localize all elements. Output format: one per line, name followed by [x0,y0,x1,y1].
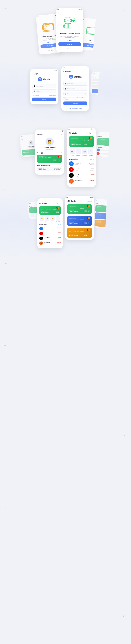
wallet-title-row: My Wallet 🔍 ⋮ [69,132,94,134]
deco-star-17: ✦ [4,606,6,609]
login-password-input[interactable]: 🔒 Password 👁 [32,89,56,93]
small-fb-info: Facebook Salary [44,228,55,230]
profile-edit-btn[interactable]: Edit [60,134,62,136]
qa-voucher[interactable]: 🎫 Voucher [82,149,87,156]
tx-see-all[interactable]: See all [90,158,94,160]
small-tx-header: Transactions See all [39,224,61,226]
card1-holder-val: JAMES DENNIS [69,211,78,212]
small-card-exp-val: 05/22 [56,212,59,213]
card1-holder-area: CARDHOLDER JAMES DENNIS [69,210,78,212]
werolla-name-register: Werolla [74,76,82,78]
login-phone-wrapper: 9:41 ●●● ▐ ‹ Login [30,69,58,104]
small-transfer-icon: ↔️ [45,216,49,221]
small-fp-time: 10:45 am [56,243,61,244]
search-icon-wallet[interactable]: 🔍 [91,128,93,130]
wallet-bg-card: **** **** **** 3960 [97,138,110,146]
profile-cards-section: Cards (1) ℹ [37,152,62,163]
main-wallet-phone: 9:41 🔍 ⋮ My Wallet 🔍 ⋮ [67,128,96,187]
status-bar-center: 9:41 ●●● WiFi ▐ [56,8,83,11]
svg-point-16 [40,79,41,80]
small-wallet-wrapper: 9:41 My Wallet [37,198,63,248]
fp-logo: 🐼 [69,179,74,184]
tx-vodafone: V Vodafone Phone -$50.0 08:15 pm [69,167,94,172]
wallet-search-icon[interactable]: 🔍 [89,132,91,134]
login-content: ‹ Login Wer [30,72,58,104]
uber-category: Transport [75,176,88,176]
phone-placeholder-reg: Phone Number [67,88,75,89]
dot-active [47,42,49,43]
remember-row: Remember Forgot password [32,94,56,96]
forgot-link[interactable]: Forgot password [49,95,56,96]
skip-btn-left[interactable]: Skip Now [48,50,53,51]
profile-page-title: Profile [38,134,43,136]
card1-type: Shopping Card [69,206,90,207]
login-back-header: ‹ Login [32,73,56,75]
qa-cards[interactable]: 💳 Cards [70,149,75,156]
add-card-btn[interactable]: + Add Card [86,200,92,202]
fp-time: 10:45 am [89,182,94,182]
transfer-icon: ↔️ [76,149,81,154]
small-card-expiry-area: EXPIRES 05/22 [56,211,59,213]
fb-logo: f [69,161,74,166]
small-wallet-title-row: My Wallet 🔍 ⋮ [39,203,61,204]
card2-expiry-cvv: EXPIRES 10/22 CVV *** [84,222,90,224]
my-cards-back[interactable]: ‹ My Cards [67,200,76,202]
auth-phone-right-partial: 9:41 ‹ Reg... [90,72,100,95]
register-password-input[interactable]: 🔒 Password 👁 [63,92,87,96]
menu-icon-wallet[interactable]: ⋮ [93,128,95,130]
remember-checkbox[interactable] [32,94,34,96]
card2-exp-val: 10/22 [84,223,87,224]
login-link[interactable]: Login [79,108,82,109]
wc-expiry-cvv: EXPIRES CVV 10/22 *** [84,143,92,145]
card3-number: **** **** **** 3960 [69,231,90,232]
login-phone-input[interactable]: 📱 Phone Number [32,84,56,88]
small-qa-paybill[interactable]: 📄 Pay Bill [56,216,60,222]
profile-wallet-section: 9:41 Edit 👩 James Dennis UI/UX Designer [0,123,131,194]
card1-bottom: CARDHOLDER JAMES DENNIS EXPIRES 10/22 [69,210,90,212]
deco-star-12: ✦ [124,351,126,354]
card3-cvv-area: CVV *** [88,234,89,236]
login-button[interactable]: Login [32,98,56,101]
continue-btn-center[interactable]: Continue [58,42,81,46]
svg-text:$: $ [67,19,69,22]
dot-c2 [71,40,72,41]
small-uber-amount: -$8.75 [56,237,61,238]
small-wallet-menu[interactable]: ⋮ [59,203,61,204]
wallet-menu-icon[interactable]: ⋮ [92,132,94,134]
profile-header: ‹ Profile Edit [37,134,62,136]
dot-1 [50,42,51,42]
small-qa-transfer[interactable]: ↔️ Transfer [45,216,49,222]
card3-expiry: EXPIRES 10/22 [84,234,87,236]
small-fp-cat: Food [44,243,55,244]
card-1-green: Shopping Card **** **** **** 3960 CARDHO… [67,204,92,214]
profile-back-nav[interactable]: ‹ Profile [37,134,43,136]
small-qa-voucher[interactable]: 🎫 Voucher [50,216,55,222]
cards-section-header: Cards (1) ℹ [37,152,62,154]
onboarding-phone-center: 9:41 ●●● WiFi ▐ [56,8,83,52]
small-wallet-search[interactable]: 🔍 [56,203,58,204]
register-button[interactable]: Register [63,102,87,105]
deco-star-11: ✦ [4,344,6,347]
small-qa-cards[interactable]: 💳 Cards [40,216,44,222]
small-fp-logo: 🐼 [39,242,43,245]
small-tx-vf: V Vodafone Phone -$50.0 08:15 pm [39,232,61,235]
small-fb-time: 12:45 am [56,228,61,230]
deco-star-14: ✦ [123,434,125,437]
wc-vals: 10/22 *** [84,144,92,145]
small-voucher-label: Voucher [51,221,54,222]
terms-checkbox[interactable] [63,97,65,98]
qa-transfer[interactable]: ↔️ Transfer [76,149,81,156]
lock-icon: 🔒 [34,90,35,92]
qa-paybill[interactable]: 📄 Pay Bill [88,149,93,156]
svg-line-14 [87,32,91,33]
vf-amount: -$50.0 [90,168,94,170]
skip-btn-center[interactable]: Skip Now [67,48,72,50]
shopping-card-label: Shopping Card [39,156,60,157]
bank-info-icon[interactable]: ℹ [61,164,62,166]
card-info-profile: CARD HOLDER JAMES DENNIS EXPIRES 10/22 [39,159,60,162]
cvv-value: *** [59,160,60,162]
small-tx-see-all[interactable]: See all [58,224,61,225]
cards-info-icon[interactable]: ℹ [61,152,62,154]
register-name-input[interactable]: 👤 Your Name [63,82,87,86]
register-phone-input[interactable]: 📱 Phone Number [63,87,87,91]
